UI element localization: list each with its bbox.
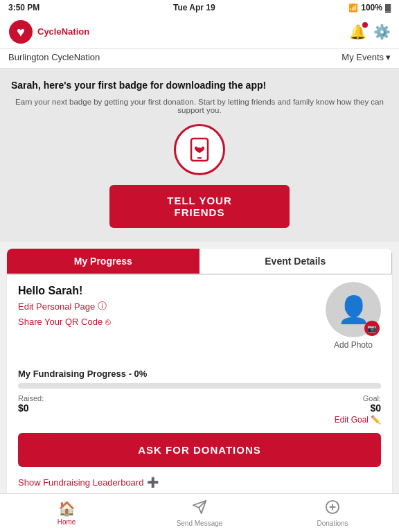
ask-donations-button[interactable]: ASK FOR DONATIONS bbox=[18, 433, 381, 467]
tab-event-details[interactable]: Event Details bbox=[200, 249, 393, 274]
raised-label: Raised: bbox=[18, 394, 44, 402]
my-events-button[interactable]: My Events ▾ bbox=[342, 52, 391, 62]
app-logo-text: CycleNation bbox=[37, 27, 89, 37]
notification-badge bbox=[362, 22, 368, 28]
progress-body: Hello Sarah! Edit Personal Page ⓘ Share … bbox=[7, 275, 392, 425]
donations-icon bbox=[325, 499, 340, 518]
notification-bell[interactable]: 🔔 bbox=[349, 24, 366, 40]
add-photo-label: Add Photo bbox=[334, 340, 373, 350]
bottom-tab-bar: 🏠 Home Send Message Donations bbox=[0, 493, 399, 532]
tab-home[interactable]: 🏠 Home bbox=[0, 494, 133, 532]
raised-goal-row: Raised: $0 Goal: $0 Edit Goal ✏️ bbox=[18, 394, 381, 425]
phone-heart-icon bbox=[186, 136, 213, 163]
info-icon: ⓘ bbox=[98, 300, 107, 312]
edit-personal-label: Edit Personal Page bbox=[18, 301, 95, 312]
app-logo: ♥ bbox=[8, 19, 33, 44]
wifi-icon: 📶 bbox=[348, 3, 358, 12]
plus-circle-icon: ➕ bbox=[147, 477, 159, 488]
app-header: ♥ CycleNation 🔔 ⚙️ bbox=[0, 15, 399, 49]
home-icon: 🏠 bbox=[58, 500, 76, 517]
send-icon bbox=[192, 499, 207, 518]
tab-home-label: Home bbox=[57, 518, 76, 526]
raised-section: Raised: $0 bbox=[18, 394, 44, 414]
status-bar: 3:50 PM Tue Apr 19 📶 100% ▓ bbox=[0, 0, 399, 15]
tab-donations-label: Donations bbox=[317, 520, 348, 527]
progress-card: My Progress Event Details Hello Sarah! E… bbox=[7, 249, 392, 502]
badge-content: Sarah, here's your first badge for downl… bbox=[11, 80, 388, 228]
status-time: 3:50 PM bbox=[8, 3, 39, 12]
progress-tabs: My Progress Event Details bbox=[7, 249, 392, 275]
header-actions: 🔔 ⚙️ bbox=[349, 24, 391, 40]
goal-section: Goal: $0 Edit Goal ✏️ bbox=[335, 394, 381, 425]
share-qr-label: Share Your QR Code bbox=[18, 317, 103, 327]
share-icon: ⎋ bbox=[105, 317, 111, 327]
goal-label: Goal: bbox=[363, 394, 381, 402]
camera-icon: 📷 bbox=[367, 324, 377, 333]
battery-icon: ▓ bbox=[385, 3, 391, 12]
progress-bar-bg bbox=[18, 383, 381, 389]
camera-badge: 📷 bbox=[364, 321, 380, 336]
org-name: Burlington CycleNation bbox=[8, 52, 100, 62]
raised-amount: $0 bbox=[18, 402, 44, 414]
svg-text:♥: ♥ bbox=[17, 24, 25, 39]
fundraising-label: My Fundraising Progress - 0% bbox=[18, 369, 381, 379]
goal-amount: $0 bbox=[370, 402, 381, 414]
battery-percent: 100% bbox=[361, 3, 382, 12]
photo-circle: 👤 📷 bbox=[326, 282, 381, 337]
edit-goal-link[interactable]: Edit Goal ✏️ bbox=[335, 415, 381, 425]
edit-goal-label: Edit Goal bbox=[335, 415, 369, 425]
tab-my-progress[interactable]: My Progress bbox=[7, 249, 200, 274]
settings-icon[interactable]: ⚙️ bbox=[373, 24, 391, 40]
add-photo-area[interactable]: 👤 📷 Add Photo bbox=[326, 282, 381, 350]
badge-title: Sarah, here's your first badge for downl… bbox=[11, 80, 388, 91]
person-placeholder-icon: 👤 bbox=[337, 294, 370, 325]
tab-send-label: Send Message bbox=[177, 520, 223, 527]
status-right: 📶 100% ▓ bbox=[348, 3, 391, 12]
chevron-down-icon: ▾ bbox=[386, 52, 391, 62]
leaderboard-label: Show Fundraising Leaderboard bbox=[18, 477, 143, 488]
show-leaderboard-link[interactable]: Show Fundraising Leaderboard ➕ bbox=[7, 474, 392, 490]
badge-section: Sarah, here's your first badge for downl… bbox=[0, 69, 399, 242]
badge-subtitle: Earn your next badge by getting your fir… bbox=[11, 98, 388, 114]
pencil-icon: ✏️ bbox=[371, 415, 381, 425]
status-day: Tue Apr 19 bbox=[173, 3, 215, 12]
tab-donations[interactable]: Donations bbox=[266, 494, 399, 532]
sub-header: Burlington CycleNation My Events ▾ bbox=[0, 49, 399, 69]
tell-friends-button[interactable]: TELL YOUR FRIENDS bbox=[109, 185, 290, 228]
logo-area: ♥ CycleNation bbox=[8, 19, 89, 44]
badge-icon-circle bbox=[174, 124, 225, 175]
tab-send-message[interactable]: Send Message bbox=[133, 494, 266, 532]
my-events-label: My Events bbox=[342, 52, 384, 62]
